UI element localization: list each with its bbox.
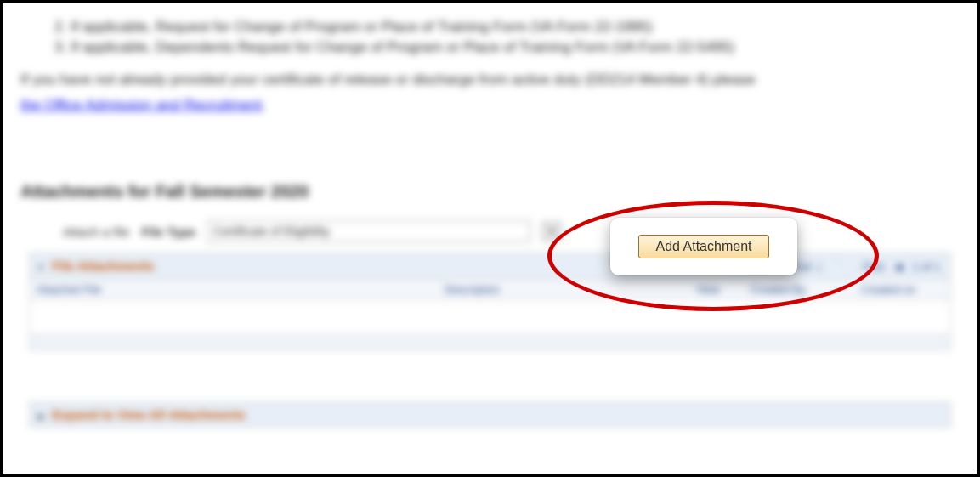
col-view[interactable]: View [666, 283, 751, 296]
list-number: 2. [54, 19, 66, 35]
grid-footer [30, 334, 950, 349]
col-attached-file[interactable]: Attached File [37, 283, 445, 296]
add-attachment-popup: Add Attachment [610, 218, 797, 275]
list-text: If applicable, Dependents Request for Ch… [71, 39, 734, 55]
list-number: 3. [54, 39, 66, 55]
attachments-heading: Attachments for Fall Semester 2020 [20, 182, 960, 202]
pager-count: 1 of 1 [912, 260, 940, 273]
list-text: If applicable, Request for Change of Pro… [71, 19, 653, 35]
col-description[interactable]: Description [445, 283, 666, 296]
add-attachment-button[interactable]: Add Attachment [638, 235, 770, 258]
file-type-label: File Type [141, 224, 195, 239]
info-paragraph: If you have not already provided your ce… [20, 71, 960, 88]
col-created-on[interactable]: Created on [861, 283, 943, 296]
pager-prev-icon[interactable]: ◀ [894, 260, 903, 273]
numbered-list: 2. If applicable, Request for Change of … [54, 19, 960, 56]
expand-all-attachments[interactable]: ▶ Expand to View All Attachments [29, 401, 951, 428]
blurred-background: 2. If applicable, Request for Change of … [3, 3, 977, 474]
expand-icon: ▶ [38, 412, 45, 421]
col-created-by[interactable]: Created By [751, 283, 861, 296]
grid-title: File Attachments [52, 258, 154, 273]
grid-empty-row [30, 300, 950, 334]
attach-file-row: Attach a file File Type Certificate of E… [63, 220, 960, 242]
grid-icon[interactable]: 📄 [827, 260, 841, 273]
file-type-dropdown[interactable]: Certificate of Eligibility [207, 220, 530, 242]
collapse-icon[interactable]: ▼ [37, 263, 45, 272]
attachments-grid: ▼ File Attachments Personalize | Find | … [29, 253, 951, 350]
pager-first[interactable]: First [863, 260, 884, 273]
dropdown-selected: Certificate of Eligibility [213, 224, 330, 238]
info-text: If you have not already provided your ce… [20, 71, 756, 88]
admission-link[interactable]: the Office Admission and Recruitment [20, 97, 262, 113]
attach-label: Attach a file [63, 224, 129, 239]
dropdown-caret-icon[interactable]: ▼ [542, 222, 561, 241]
expand-label: Expand to View All Attachments [52, 407, 246, 422]
